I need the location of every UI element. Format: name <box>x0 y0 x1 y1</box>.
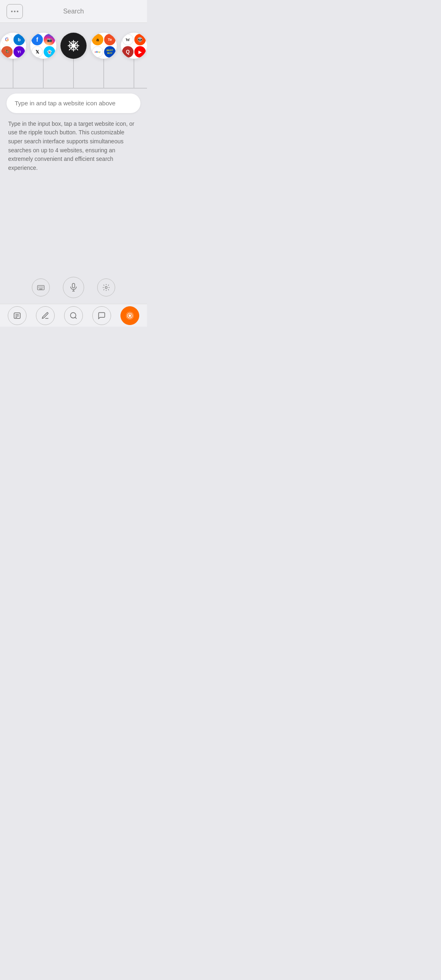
bottom-nav <box>0 304 147 327</box>
google-group-icon[interactable]: G b 🦆 Y! <box>0 33 26 59</box>
svg-rect-18 <box>72 283 75 288</box>
svg-point-26 <box>70 312 76 318</box>
chat-icon <box>98 312 106 320</box>
header: Search <box>0 0 147 23</box>
svg-point-21 <box>105 287 107 289</box>
svg-rect-16 <box>42 287 43 288</box>
icon-group-social[interactable]: f 📷 𝕏 👻 <box>30 33 56 88</box>
icon-group-info[interactable]: W 👽 Q ▶ <box>121 33 147 88</box>
keyboard-icon <box>37 283 45 292</box>
search-input[interactable] <box>7 94 140 113</box>
shopping-group-icon[interactable]: a Te eBay BEST BUY <box>91 33 117 59</box>
website-icons-row: G b 🦆 Y! f 📷 <box>0 33 147 88</box>
pin-stem-5 <box>134 59 134 88</box>
svg-rect-11 <box>41 287 42 287</box>
bottom-controls <box>0 271 147 304</box>
pin-stem-2 <box>43 59 44 88</box>
icon-group-center[interactable] <box>60 33 87 88</box>
nav-notes-button[interactable] <box>36 306 55 325</box>
current-icon <box>126 312 134 320</box>
perplexity-icon[interactable] <box>60 33 87 59</box>
news-icon <box>13 312 21 320</box>
social-group-icon[interactable]: f 📷 𝕏 👻 <box>30 33 56 59</box>
keyboard-button[interactable] <box>32 278 50 296</box>
svg-rect-17 <box>39 289 42 290</box>
svg-point-27 <box>129 314 131 316</box>
search-nav-icon <box>69 312 78 320</box>
microphone-icon <box>69 283 78 292</box>
pin-stem-4 <box>103 59 104 88</box>
svg-rect-10 <box>40 287 41 287</box>
microphone-button[interactable] <box>63 277 84 298</box>
svg-rect-12 <box>42 287 43 287</box>
svg-rect-9 <box>38 287 39 287</box>
info-group-icon[interactable]: W 👽 Q ▶ <box>121 33 147 59</box>
description-text: Type in the input box, tap a target webs… <box>0 113 147 173</box>
pin-stem-1 <box>13 59 13 88</box>
icon-group-google[interactable]: G b 🦆 Y! <box>0 33 26 88</box>
nav-current-button[interactable] <box>120 306 139 325</box>
pin-stem-3 <box>73 59 74 88</box>
settings-icon <box>102 283 110 292</box>
notes-icon <box>41 312 49 320</box>
svg-rect-14 <box>40 287 41 288</box>
nav-chat-button[interactable] <box>92 306 111 325</box>
menu-button[interactable] <box>7 4 23 19</box>
page-title: Search <box>23 8 124 15</box>
settings-button[interactable] <box>97 278 115 296</box>
nav-news-button[interactable] <box>8 306 27 325</box>
search-input-container <box>0 89 147 113</box>
icon-group-shopping[interactable]: a Te eBay BEST BUY <box>91 33 117 88</box>
nav-search-button[interactable] <box>64 306 83 325</box>
svg-rect-13 <box>38 287 39 288</box>
svg-rect-15 <box>41 287 42 288</box>
